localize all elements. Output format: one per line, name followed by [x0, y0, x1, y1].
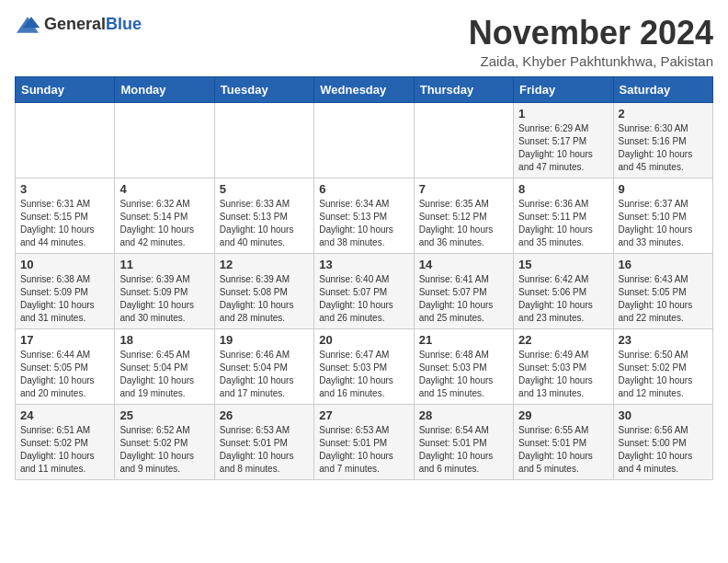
- day-info: Sunrise: 6:29 AMSunset: 5:17 PMDaylight:…: [518, 122, 608, 174]
- day-number: 22: [518, 333, 608, 347]
- calendar-cell: 11Sunrise: 6:39 AMSunset: 5:09 PMDayligh…: [115, 253, 214, 328]
- day-info: Sunrise: 6:39 AMSunset: 5:09 PMDaylight:…: [119, 273, 209, 325]
- calendar-cell: 26Sunrise: 6:53 AMSunset: 5:01 PMDayligh…: [214, 404, 313, 479]
- day-info: Sunrise: 6:53 AMSunset: 5:01 PMDaylight:…: [220, 424, 309, 476]
- calendar-cell: 18Sunrise: 6:45 AMSunset: 5:04 PMDayligh…: [115, 328, 214, 404]
- calendar-cell: 7Sunrise: 6:35 AMSunset: 5:12 PMDaylight…: [414, 178, 513, 253]
- day-info: Sunrise: 6:36 AMSunset: 5:11 PMDaylight:…: [518, 198, 608, 249]
- day-info: Sunrise: 6:40 AMSunset: 5:07 PMDaylight:…: [319, 273, 408, 325]
- day-number: 13: [319, 258, 408, 271]
- calendar-cell: 16Sunrise: 6:43 AMSunset: 5:05 PMDayligh…: [613, 253, 712, 328]
- calendar-cell: 22Sunrise: 6:49 AMSunset: 5:03 PMDayligh…: [514, 328, 613, 404]
- day-info: Sunrise: 6:30 AMSunset: 5:16 PMDaylight:…: [619, 122, 708, 174]
- day-info: Sunrise: 6:38 AMSunset: 5:09 PMDaylight:…: [20, 273, 109, 325]
- day-info: Sunrise: 6:56 AMSunset: 5:00 PMDaylight:…: [619, 424, 708, 476]
- day-number: 12: [220, 258, 309, 271]
- day-number: 29: [518, 408, 608, 422]
- day-number: 2: [619, 107, 708, 121]
- day-info: Sunrise: 6:50 AMSunset: 5:02 PMDaylight:…: [619, 349, 708, 400]
- day-info: Sunrise: 6:41 AMSunset: 5:07 PMDaylight:…: [419, 273, 508, 325]
- weekday-header-sunday: Sunday: [16, 76, 115, 102]
- calendar-cell: 15Sunrise: 6:42 AMSunset: 5:06 PMDayligh…: [514, 253, 613, 328]
- day-number: 7: [419, 182, 508, 196]
- calendar-cell: 19Sunrise: 6:46 AMSunset: 5:04 PMDayligh…: [214, 328, 313, 404]
- day-number: 11: [119, 258, 209, 271]
- logo-icon: [15, 16, 40, 34]
- calendar-cell: 2Sunrise: 6:30 AMSunset: 5:16 PMDaylight…: [613, 102, 712, 178]
- calendar-cell: 17Sunrise: 6:44 AMSunset: 5:05 PMDayligh…: [16, 328, 115, 404]
- calendar-cell: 10Sunrise: 6:38 AMSunset: 5:09 PMDayligh…: [16, 253, 115, 328]
- calendar-cell: 5Sunrise: 6:33 AMSunset: 5:13 PMDaylight…: [214, 178, 313, 253]
- weekday-header-row: SundayMondayTuesdayWednesdayThursdayFrid…: [16, 76, 713, 102]
- calendar-week-row: 3Sunrise: 6:31 AMSunset: 5:15 PMDaylight…: [16, 178, 713, 253]
- day-number: 19: [220, 333, 309, 347]
- day-info: Sunrise: 6:45 AMSunset: 5:04 PMDaylight:…: [119, 349, 209, 400]
- day-number: 3: [20, 182, 109, 196]
- weekday-header-thursday: Thursday: [414, 76, 513, 102]
- calendar-week-row: 24Sunrise: 6:51 AMSunset: 5:02 PMDayligh…: [16, 404, 713, 479]
- day-number: 25: [119, 408, 209, 422]
- day-number: 17: [20, 333, 109, 347]
- weekday-header-friday: Friday: [514, 76, 613, 102]
- day-number: 24: [20, 408, 109, 422]
- day-info: Sunrise: 6:32 AMSunset: 5:14 PMDaylight:…: [119, 198, 209, 249]
- calendar-cell: 30Sunrise: 6:56 AMSunset: 5:00 PMDayligh…: [613, 404, 712, 479]
- day-info: Sunrise: 6:43 AMSunset: 5:05 PMDaylight:…: [619, 273, 708, 325]
- day-info: Sunrise: 6:39 AMSunset: 5:08 PMDaylight:…: [220, 273, 309, 325]
- calendar-cell: 3Sunrise: 6:31 AMSunset: 5:15 PMDaylight…: [16, 178, 115, 253]
- day-info: Sunrise: 6:49 AMSunset: 5:03 PMDaylight:…: [518, 349, 608, 400]
- calendar-cell: [314, 102, 414, 178]
- day-number: 4: [119, 182, 209, 196]
- day-number: 5: [220, 182, 309, 196]
- day-info: Sunrise: 6:44 AMSunset: 5:05 PMDaylight:…: [20, 349, 109, 400]
- day-number: 6: [319, 182, 408, 196]
- day-info: Sunrise: 6:54 AMSunset: 5:01 PMDaylight:…: [419, 424, 508, 476]
- day-info: Sunrise: 6:46 AMSunset: 5:04 PMDaylight:…: [220, 349, 309, 400]
- day-number: 10: [20, 258, 109, 271]
- day-info: Sunrise: 6:53 AMSunset: 5:01 PMDaylight:…: [319, 424, 408, 476]
- weekday-header-monday: Monday: [115, 76, 214, 102]
- calendar-cell: [214, 102, 313, 178]
- day-number: 27: [319, 408, 408, 422]
- weekday-header-wednesday: Wednesday: [314, 76, 414, 102]
- logo: GeneralBlue: [15, 15, 142, 34]
- day-info: Sunrise: 6:51 AMSunset: 5:02 PMDaylight:…: [20, 424, 109, 476]
- day-number: 26: [220, 408, 309, 422]
- calendar-cell: 9Sunrise: 6:37 AMSunset: 5:10 PMDaylight…: [613, 178, 712, 253]
- calendar-cell: 4Sunrise: 6:32 AMSunset: 5:14 PMDaylight…: [115, 178, 214, 253]
- calendar-cell: 20Sunrise: 6:47 AMSunset: 5:03 PMDayligh…: [314, 328, 414, 404]
- day-info: Sunrise: 6:31 AMSunset: 5:15 PMDaylight:…: [20, 198, 109, 249]
- calendar-cell: [115, 102, 214, 178]
- day-info: Sunrise: 6:55 AMSunset: 5:01 PMDaylight:…: [518, 424, 608, 476]
- logo-text: GeneralBlue: [44, 15, 142, 34]
- day-number: 30: [619, 408, 708, 422]
- day-number: 28: [419, 408, 508, 422]
- calendar-cell: 1Sunrise: 6:29 AMSunset: 5:17 PMDaylight…: [514, 102, 613, 178]
- day-info: Sunrise: 6:34 AMSunset: 5:13 PMDaylight:…: [319, 198, 408, 249]
- logo-blue: Blue: [106, 15, 142, 33]
- day-number: 18: [119, 333, 209, 347]
- day-number: 23: [619, 333, 708, 347]
- day-number: 9: [619, 182, 708, 196]
- location-title: Zaida, Khyber Pakhtunkhwa, Pakistan: [469, 53, 713, 69]
- calendar-cell: 28Sunrise: 6:54 AMSunset: 5:01 PMDayligh…: [414, 404, 513, 479]
- day-info: Sunrise: 6:33 AMSunset: 5:13 PMDaylight:…: [220, 198, 309, 249]
- calendar-cell: 25Sunrise: 6:52 AMSunset: 5:02 PMDayligh…: [115, 404, 214, 479]
- weekday-header-tuesday: Tuesday: [214, 76, 313, 102]
- title-area: November 2024 Zaida, Khyber Pakhtunkhwa,…: [469, 15, 713, 69]
- day-info: Sunrise: 6:37 AMSunset: 5:10 PMDaylight:…: [619, 198, 708, 249]
- day-info: Sunrise: 6:52 AMSunset: 5:02 PMDaylight:…: [119, 424, 209, 476]
- calendar-cell: 13Sunrise: 6:40 AMSunset: 5:07 PMDayligh…: [314, 253, 414, 328]
- day-info: Sunrise: 6:42 AMSunset: 5:06 PMDaylight:…: [518, 273, 608, 325]
- month-title: November 2024: [469, 15, 713, 52]
- header: GeneralBlue November 2024 Zaida, Khyber …: [15, 15, 713, 69]
- calendar-cell: [414, 102, 513, 178]
- calendar-cell: 12Sunrise: 6:39 AMSunset: 5:08 PMDayligh…: [214, 253, 313, 328]
- weekday-header-saturday: Saturday: [613, 76, 712, 102]
- calendar-table: SundayMondayTuesdayWednesdayThursdayFrid…: [15, 76, 713, 480]
- day-number: 8: [518, 182, 608, 196]
- calendar-week-row: 1Sunrise: 6:29 AMSunset: 5:17 PMDaylight…: [16, 102, 713, 178]
- calendar-week-row: 10Sunrise: 6:38 AMSunset: 5:09 PMDayligh…: [16, 253, 713, 328]
- day-number: 1: [518, 107, 608, 121]
- day-number: 14: [419, 258, 508, 271]
